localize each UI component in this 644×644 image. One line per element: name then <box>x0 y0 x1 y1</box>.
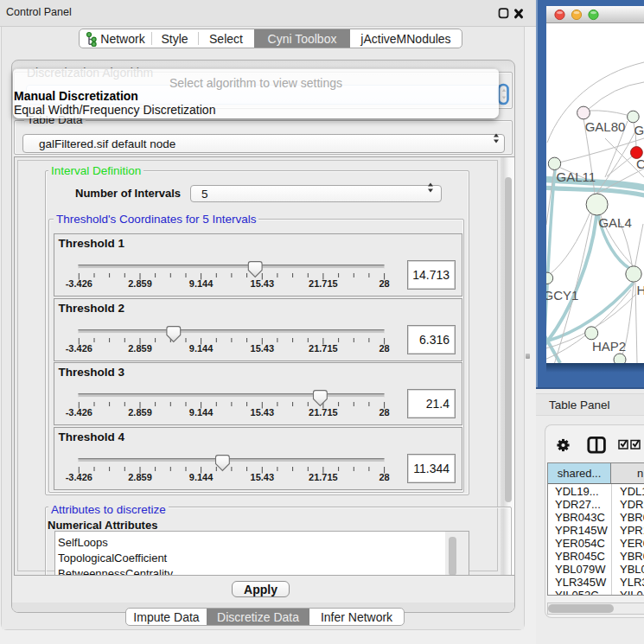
svg-text:2.859: 2.859 <box>128 472 152 482</box>
svg-text:15.43: 15.43 <box>251 343 275 354</box>
svg-text:9.144: 9.144 <box>189 472 214 482</box>
svg-text:21.715: 21.715 <box>309 278 338 289</box>
svg-text:28: 28 <box>379 278 389 289</box>
svg-text:C: C <box>636 156 644 171</box>
svg-text:HAP2: HAP2 <box>592 339 626 354</box>
svg-text:GA: GA <box>634 123 644 137</box>
svg-text:28: 28 <box>379 472 389 482</box>
svg-text:11.344: 11.344 <box>413 462 450 475</box>
svg-text:28: 28 <box>379 407 389 418</box>
svg-text:GAL11: GAL11 <box>557 169 596 184</box>
svg-text:28: 28 <box>379 343 389 354</box>
svg-text:2.859: 2.859 <box>128 278 152 289</box>
svg-text:15.43: 15.43 <box>251 407 275 418</box>
svg-text:2.859: 2.859 <box>128 343 152 354</box>
svg-text:Threshold 4: Threshold 4 <box>59 430 125 443</box>
svg-text:Threshold 3: Threshold 3 <box>59 366 125 379</box>
svg-text:-3.426: -3.426 <box>66 472 92 482</box>
svg-text:Threshold 2: Threshold 2 <box>59 301 125 314</box>
svg-text:21.715: 21.715 <box>309 407 338 418</box>
svg-text:-3.426: -3.426 <box>66 407 92 418</box>
svg-text:9.144: 9.144 <box>189 343 214 354</box>
svg-text:GAL4: GAL4 <box>598 215 631 230</box>
svg-text:21.4: 21.4 <box>426 397 450 411</box>
svg-text:9.144: 9.144 <box>189 278 214 289</box>
svg-text:6.316: 6.316 <box>419 333 450 347</box>
svg-text:21.715: 21.715 <box>309 343 338 354</box>
svg-text:H: H <box>637 283 644 297</box>
svg-text:-3.426: -3.426 <box>66 343 92 354</box>
svg-text:21.715: 21.715 <box>309 472 338 482</box>
svg-text:9.144: 9.144 <box>189 407 214 418</box>
svg-text:15.43: 15.43 <box>251 472 275 482</box>
svg-text:2.859: 2.859 <box>128 407 152 418</box>
svg-text:15.43: 15.43 <box>251 278 275 289</box>
svg-text:GAL80: GAL80 <box>585 119 626 134</box>
svg-text:Threshold 1: Threshold 1 <box>59 237 125 250</box>
svg-text:-3.426: -3.426 <box>66 278 92 289</box>
svg-text:GCY1: GCY1 <box>546 288 578 303</box>
svg-text:14.713: 14.713 <box>412 268 450 282</box>
